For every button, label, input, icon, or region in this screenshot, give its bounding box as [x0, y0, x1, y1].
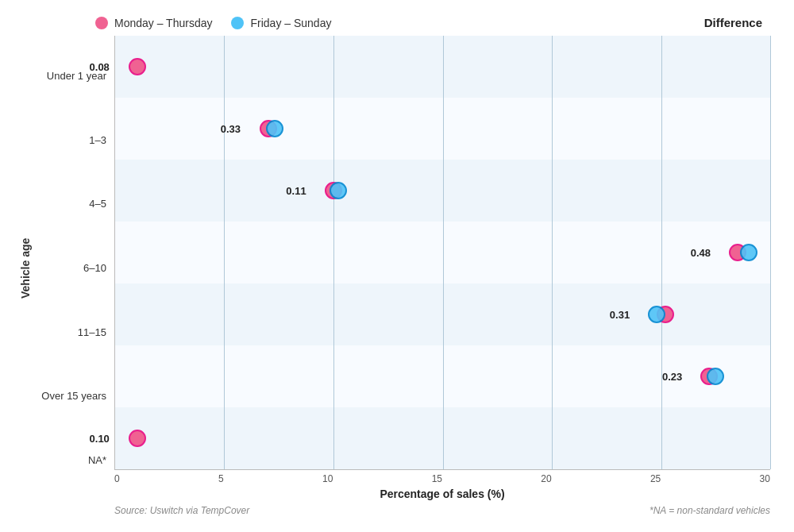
x-tick: 15 [432, 473, 442, 484]
plot-container: 0.080.330.110.480.310.230.10 05101520253… [114, 36, 770, 500]
footer: Source: Uswitch via TempCover *NA = non-… [16, 500, 770, 516]
x-axis-label: Percentage of sales (%) [114, 488, 770, 500]
plot: 0.080.330.110.480.310.230.10 [114, 36, 770, 469]
legend-label-monthur: Monday – Thursday [114, 17, 212, 29]
dot-pink [129, 430, 146, 447]
legend-dot-pink [95, 17, 108, 29]
dot-pink [129, 58, 146, 75]
grid-line [661, 36, 662, 469]
y-category-label: 4–5 [35, 180, 114, 228]
y-categories: Under 1 year1–34–56–1011–15Over 15 years… [35, 36, 114, 500]
diff-label: 0.31 [610, 309, 630, 321]
dot-blue [740, 244, 757, 261]
grid-line [333, 36, 334, 469]
grid-line [224, 36, 225, 469]
y-category-label: 1–3 [35, 116, 114, 164]
difference-label: Difference [704, 16, 770, 29]
x-tick: 30 [760, 473, 770, 484]
dot-blue [330, 182, 347, 199]
y-category-label: Under 1 year [35, 52, 114, 99]
x-axis: 051015202530 [114, 469, 770, 484]
legend-item-monthur: Monday – Thursday [95, 17, 212, 29]
diff-label: 0.48 [691, 247, 711, 259]
footer-source: Source: Uswitch via TempCover [114, 505, 249, 516]
x-tick: 0 [114, 473, 120, 484]
legend-label-frisun: Friday – Sunday [250, 17, 331, 29]
chart-area: Vehicle age Under 1 year1–34–56–1011–15O… [16, 36, 770, 500]
y-category-label: 6–10 [35, 244, 114, 291]
y-category-label: Over 15 years [35, 372, 114, 420]
legend-dot-blue [231, 17, 244, 29]
footer-note: *NA = non-standard vehicles [649, 505, 770, 516]
diff-label: 0.33 [221, 123, 241, 135]
x-tick: 5 [218, 473, 224, 484]
diff-label: 0.11 [286, 185, 306, 197]
legend-item-frisun: Friday – Sunday [231, 17, 331, 29]
dot-blue [707, 368, 724, 385]
grid-line [770, 36, 771, 469]
x-tick: 10 [322, 473, 333, 484]
diff-label: 0.23 [662, 371, 682, 383]
x-tick: 25 [650, 473, 661, 484]
grid-line [443, 36, 444, 469]
diff-label: 0.10 [90, 433, 110, 445]
y-category-label: 11–15 [35, 308, 114, 356]
y-axis-label: Vehicle age [16, 36, 35, 500]
dot-blue [266, 120, 283, 137]
x-tick: 20 [541, 473, 551, 484]
diff-label: 0.08 [90, 61, 110, 73]
grid-line [552, 36, 553, 469]
dot-blue [648, 306, 665, 323]
legend: Monday – Thursday Friday – Sunday Differ… [16, 16, 770, 29]
